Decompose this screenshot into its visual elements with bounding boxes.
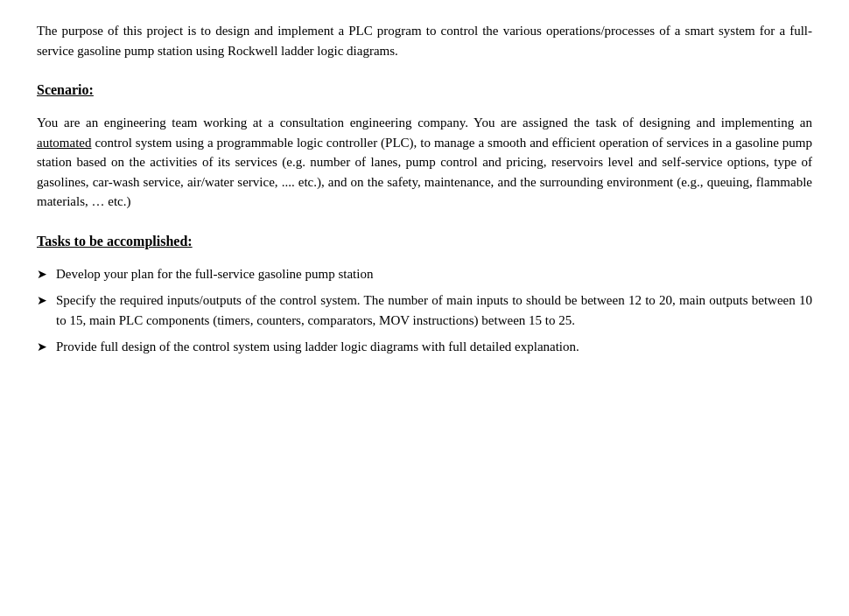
list-item: ➤ Specify the required inputs/outputs of… (37, 290, 812, 330)
scenario-heading: Scenario: (37, 80, 812, 101)
scenario-text-before-automated: You are an engineering team working at a… (37, 116, 812, 130)
scenario-text-after-automated: control system using a programmable logi… (37, 136, 812, 209)
task-text: Develop your plan for the full-service g… (56, 264, 812, 284)
bullet-icon: ➤ (37, 290, 56, 310)
list-item: ➤ Provide full design of the control sys… (37, 337, 812, 357)
tasks-heading: Tasks to be accomplished: (37, 231, 812, 252)
scenario-paragraph: You are an engineering team working at a… (37, 113, 812, 212)
page-container: The purpose of this project is to design… (0, 0, 849, 385)
list-item: ➤ Develop your plan for the full-service… (37, 264, 812, 284)
automated-word: automated (37, 136, 91, 150)
task-text: Specify the required inputs/outputs of t… (56, 290, 812, 330)
bullet-icon: ➤ (37, 264, 56, 284)
task-list: ➤ Develop your plan for the full-service… (37, 264, 812, 357)
bullet-icon: ➤ (37, 337, 56, 356)
intro-paragraph: The purpose of this project is to design… (37, 21, 812, 60)
task-text: Provide full design of the control syste… (56, 337, 812, 357)
tasks-section: Tasks to be accomplished: ➤ Develop your… (37, 231, 812, 357)
